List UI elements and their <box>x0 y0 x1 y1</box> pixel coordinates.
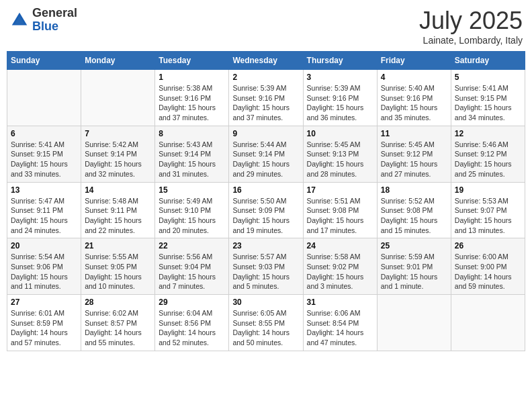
day-number: 14 <box>85 185 151 195</box>
week-row-2: 6Sunrise: 5:41 AMSunset: 9:15 PMDaylight… <box>7 126 525 182</box>
day-info: Sunrise: 5:39 AMSunset: 9:16 PMDaylight:… <box>232 83 299 123</box>
day-info: Sunrise: 6:06 AMSunset: 8:54 PMDaylight:… <box>307 308 373 348</box>
day-info: Sunrise: 6:01 AMSunset: 8:59 PMDaylight:… <box>11 308 77 348</box>
day-number: 25 <box>381 241 447 250</box>
day-cell: 27Sunrise: 6:01 AMSunset: 8:59 PMDayligh… <box>7 295 81 351</box>
day-number: 11 <box>381 129 447 138</box>
day-info: Sunrise: 6:05 AMSunset: 8:55 PMDaylight:… <box>232 308 299 348</box>
day-cell: 5Sunrise: 5:41 AMSunset: 9:15 PMDaylight… <box>451 70 525 126</box>
week-row-5: 27Sunrise: 6:01 AMSunset: 8:59 PMDayligh… <box>7 295 525 351</box>
day-cell: 12Sunrise: 5:46 AMSunset: 9:12 PMDayligh… <box>451 126 525 182</box>
day-number: 23 <box>232 241 299 250</box>
day-cell: 21Sunrise: 5:55 AMSunset: 9:05 PMDayligh… <box>81 238 155 295</box>
day-number: 9 <box>232 129 299 138</box>
day-info: Sunrise: 5:41 AMSunset: 9:15 PMDaylight:… <box>11 140 77 179</box>
day-number: 1 <box>159 73 225 82</box>
day-info: Sunrise: 5:42 AMSunset: 9:14 PMDaylight:… <box>85 140 151 179</box>
day-info: Sunrise: 5:59 AMSunset: 9:01 PMDaylight:… <box>381 252 447 291</box>
day-cell: 25Sunrise: 5:59 AMSunset: 9:01 PMDayligh… <box>377 238 451 295</box>
page-header: General Blue July 2025 Lainate, Lombardy… <box>7 7 525 46</box>
day-info: Sunrise: 6:00 AMSunset: 9:00 PMDaylight:… <box>455 252 521 291</box>
day-number: 12 <box>455 129 521 138</box>
logo-blue: Blue <box>32 20 77 34</box>
day-info: Sunrise: 5:50 AMSunset: 9:09 PMDaylight:… <box>232 196 299 236</box>
logo-text: General Blue <box>32 7 77 34</box>
day-number: 22 <box>159 241 225 250</box>
day-number: 21 <box>85 241 151 250</box>
day-info: Sunrise: 6:04 AMSunset: 8:56 PMDaylight:… <box>159 308 225 348</box>
day-cell: 15Sunrise: 5:49 AMSunset: 9:10 PMDayligh… <box>155 182 229 238</box>
day-number: 18 <box>381 185 447 195</box>
day-cell: 28Sunrise: 6:02 AMSunset: 8:57 PMDayligh… <box>81 295 155 351</box>
calendar-table: SundayMondayTuesdayWednesdayThursdayFrid… <box>7 51 525 351</box>
day-info: Sunrise: 5:47 AMSunset: 9:11 PMDaylight:… <box>11 196 77 236</box>
day-info: Sunrise: 5:41 AMSunset: 9:15 PMDaylight:… <box>455 83 521 123</box>
day-number: 10 <box>307 129 373 138</box>
day-number: 3 <box>307 73 373 82</box>
day-number: 24 <box>307 241 373 250</box>
day-cell: 4Sunrise: 5:40 AMSunset: 9:16 PMDaylight… <box>377 70 451 126</box>
day-info: Sunrise: 5:54 AMSunset: 9:06 PMDaylight:… <box>11 252 77 291</box>
day-number: 13 <box>11 185 77 195</box>
title-block: July 2025 Lainate, Lombardy, Italy <box>419 7 523 46</box>
day-cell: 6Sunrise: 5:41 AMSunset: 9:15 PMDaylight… <box>7 126 81 182</box>
day-cell: 30Sunrise: 6:05 AMSunset: 8:55 PMDayligh… <box>229 295 303 351</box>
day-number: 26 <box>455 241 521 250</box>
day-number: 4 <box>381 73 447 82</box>
day-info: Sunrise: 5:43 AMSunset: 9:14 PMDaylight:… <box>159 140 225 179</box>
day-number: 8 <box>159 129 225 138</box>
day-cell: 17Sunrise: 5:51 AMSunset: 9:08 PMDayligh… <box>303 182 377 238</box>
col-header-sunday: Sunday <box>7 52 81 70</box>
day-cell: 8Sunrise: 5:43 AMSunset: 9:14 PMDaylight… <box>155 126 229 182</box>
week-row-4: 20Sunrise: 5:54 AMSunset: 9:06 PMDayligh… <box>7 238 525 295</box>
day-cell <box>377 295 451 351</box>
day-number: 6 <box>11 129 77 138</box>
day-number: 2 <box>232 73 299 82</box>
day-cell: 9Sunrise: 5:44 AMSunset: 9:14 PMDaylight… <box>229 126 303 182</box>
day-cell: 18Sunrise: 5:52 AMSunset: 9:08 PMDayligh… <box>377 182 451 238</box>
day-info: Sunrise: 5:46 AMSunset: 9:12 PMDaylight:… <box>455 140 521 179</box>
day-cell: 24Sunrise: 5:58 AMSunset: 9:02 PMDayligh… <box>303 238 377 295</box>
col-header-monday: Monday <box>81 52 155 70</box>
day-info: Sunrise: 5:52 AMSunset: 9:08 PMDaylight:… <box>381 196 447 236</box>
day-cell: 29Sunrise: 6:04 AMSunset: 8:56 PMDayligh… <box>155 295 229 351</box>
col-header-friday: Friday <box>377 52 451 70</box>
day-cell <box>7 70 81 126</box>
day-cell: 16Sunrise: 5:50 AMSunset: 9:09 PMDayligh… <box>229 182 303 238</box>
day-cell: 14Sunrise: 5:48 AMSunset: 9:11 PMDayligh… <box>81 182 155 238</box>
day-info: Sunrise: 5:49 AMSunset: 9:10 PMDaylight:… <box>159 196 225 236</box>
day-cell <box>81 70 155 126</box>
logo-icon <box>9 10 30 30</box>
day-cell: 10Sunrise: 5:45 AMSunset: 9:13 PMDayligh… <box>303 126 377 182</box>
day-info: Sunrise: 5:55 AMSunset: 9:05 PMDaylight:… <box>85 252 151 291</box>
day-cell: 11Sunrise: 5:45 AMSunset: 9:12 PMDayligh… <box>377 126 451 182</box>
day-cell: 13Sunrise: 5:47 AMSunset: 9:11 PMDayligh… <box>7 182 81 238</box>
day-number: 16 <box>232 185 299 195</box>
day-number: 29 <box>159 298 225 307</box>
day-cell <box>451 295 525 351</box>
day-info: Sunrise: 5:40 AMSunset: 9:16 PMDaylight:… <box>381 83 447 123</box>
day-info: Sunrise: 5:48 AMSunset: 9:11 PMDaylight:… <box>85 196 151 236</box>
day-info: Sunrise: 5:38 AMSunset: 9:16 PMDaylight:… <box>159 83 225 123</box>
day-number: 20 <box>11 241 77 250</box>
day-info: Sunrise: 5:45 AMSunset: 9:12 PMDaylight:… <box>381 140 447 179</box>
month-title: July 2025 <box>419 7 523 35</box>
logo-general: General <box>32 7 77 20</box>
day-info: Sunrise: 5:45 AMSunset: 9:13 PMDaylight:… <box>307 140 373 179</box>
day-cell: 7Sunrise: 5:42 AMSunset: 9:14 PMDaylight… <box>81 126 155 182</box>
day-info: Sunrise: 5:39 AMSunset: 9:16 PMDaylight:… <box>307 83 373 123</box>
col-header-tuesday: Tuesday <box>155 52 229 70</box>
day-info: Sunrise: 5:58 AMSunset: 9:02 PMDaylight:… <box>307 252 373 291</box>
day-cell: 22Sunrise: 5:56 AMSunset: 9:04 PMDayligh… <box>155 238 229 295</box>
day-number: 17 <box>307 185 373 195</box>
day-number: 28 <box>85 298 151 307</box>
col-header-wednesday: Wednesday <box>229 52 303 70</box>
day-number: 31 <box>307 298 373 307</box>
day-cell: 26Sunrise: 6:00 AMSunset: 9:00 PMDayligh… <box>451 238 525 295</box>
day-cell: 19Sunrise: 5:53 AMSunset: 9:07 PMDayligh… <box>451 182 525 238</box>
location: Lainate, Lombardy, Italy <box>419 35 523 46</box>
day-cell: 31Sunrise: 6:06 AMSunset: 8:54 PMDayligh… <box>303 295 377 351</box>
day-cell: 23Sunrise: 5:57 AMSunset: 9:03 PMDayligh… <box>229 238 303 295</box>
day-cell: 20Sunrise: 5:54 AMSunset: 9:06 PMDayligh… <box>7 238 81 295</box>
header-row: SundayMondayTuesdayWednesdayThursdayFrid… <box>7 52 525 70</box>
